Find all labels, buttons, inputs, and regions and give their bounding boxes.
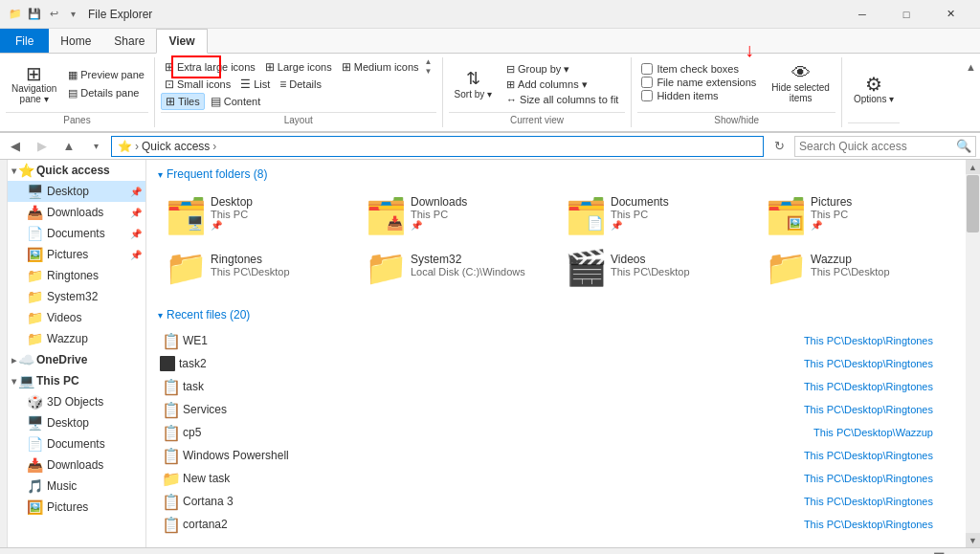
folder-ringtones[interactable]: 📁 Ringtones This PC\Desktop (158, 241, 354, 289)
recent-item-task2[interactable]: task2 This PC\Desktop\Ringtones (158, 352, 954, 375)
onedrive-expand[interactable]: ▸ ☁️ OneDrive (8, 349, 145, 370)
hidden-items-checkbox[interactable] (641, 90, 653, 101)
close-button[interactable]: ✕ (928, 0, 972, 29)
recent-locations-button[interactable]: ▾ (84, 135, 107, 158)
recent-item-cortana2[interactable]: 📋 cortana2 This PC\Desktop\Ringtones (158, 513, 954, 536)
expand-icon[interactable]: ▾ (65, 7, 80, 22)
details-pane-button[interactable]: ▤ Details pane (64, 85, 148, 101)
sidebar-item-wazzup[interactable]: 📁 Wazzup (8, 328, 145, 349)
group-by-icon: ⊟ (506, 63, 515, 76)
scroll-up-button[interactable]: ▲ (966, 160, 980, 174)
sidebar-item-desktop-pc[interactable]: 🖥️ Desktop (8, 412, 145, 433)
add-columns-button[interactable]: ⊞ Add columns ▾ (503, 78, 621, 92)
small-icons-button[interactable]: ⊡ Small icons (161, 77, 234, 92)
minimize-button[interactable]: ─ (840, 0, 884, 29)
refresh-button[interactable]: ↻ (768, 135, 791, 158)
options-button[interactable]: ⚙ Options ▾ (848, 73, 900, 106)
folder-wazzup[interactable]: 📁 Wazzup This PC\Desktop (758, 241, 954, 289)
add-columns-icon: ⊞ (506, 78, 515, 91)
sidebar-item-downloads[interactable]: 📥 Downloads 📌 (8, 202, 145, 223)
group-panes: ⊞ Navigationpane ▾ ▦ Preview pane ▤ Deta… (0, 57, 155, 127)
recent-item-powershell[interactable]: 📋 Windows Powershell This PC\Desktop\Rin… (158, 444, 954, 467)
tiles-button[interactable]: ⊞ Tiles (161, 93, 205, 110)
downloads-pc-label: Downloads (47, 458, 103, 472)
pictures-pc-icon: 🖼️ (27, 499, 43, 515)
recent-item-we1[interactable]: 📋 WE1 This PC\Desktop\Ringtones (158, 329, 954, 352)
file-name-ext-checkbox[interactable] (641, 77, 653, 88)
address-path[interactable]: ⭐ › Quick access › (111, 136, 764, 157)
group-by-button[interactable]: ⊟ Group by ▾ (503, 62, 621, 77)
sidebar-item-documents[interactable]: 📄 Documents 📌 (8, 223, 145, 244)
sidebar-item-ringtones[interactable]: 📁 Ringtones (8, 265, 145, 286)
scroll-thumb[interactable] (967, 175, 979, 233)
quick-access-icon: ⭐ (18, 163, 34, 178)
sidebar-item-docs-pc[interactable]: 📄 Documents (8, 433, 145, 454)
services-icon: 📋 (160, 401, 183, 419)
folder-downloads[interactable]: 🗂️ 📥 Downloads This PC 📌 (358, 188, 554, 237)
list-view-toggle[interactable]: ☰ (928, 549, 949, 555)
sort-by-button[interactable]: ⇅ Sort by ▾ (449, 66, 498, 101)
sidebar-item-videos[interactable]: 📁 Videos (8, 307, 145, 328)
sidebar-item-pictures-pc[interactable]: 🖼️ Pictures (8, 497, 145, 518)
hide-selected-button[interactable]: 👁 Hide selecteditems (766, 61, 835, 105)
recent-item-cp5[interactable]: 📋 cp5 This PC\Desktop\Wazzup (158, 421, 954, 444)
content-scrollbar[interactable]: ▲ ▼ (966, 160, 980, 547)
scroll-down-button[interactable]: ▼ (966, 533, 980, 547)
nav-pane-icon: ⊞ (26, 64, 42, 83)
cortana2-name: cortana2 (183, 518, 804, 531)
search-box[interactable]: 🔍 (794, 136, 976, 157)
tab-view[interactable]: View (156, 29, 207, 54)
size-columns-button[interactable]: ↔ Size all columns to fit (503, 93, 621, 106)
grid-view-toggle[interactable]: ⊞ (951, 549, 972, 555)
item-check-boxes-checkbox[interactable] (641, 63, 653, 75)
save-icon[interactable]: 💾 (27, 7, 42, 22)
back-button[interactable]: ◀ (4, 135, 27, 158)
folder-system32[interactable]: 📁 System32 Local Disk (C:)\Windows (358, 241, 554, 289)
ribbon-collapse-button[interactable]: ▲ (964, 59, 978, 75)
medium-icon: ⊞ (342, 60, 351, 74)
sidebar-item-system32[interactable]: 📁 System32 (8, 286, 145, 307)
content-button[interactable]: ▤ Content (207, 93, 265, 110)
forward-button[interactable]: ▶ (31, 135, 54, 158)
sidebar-item-3d-objects[interactable]: 🎲 3D Objects (8, 391, 145, 412)
item-check-boxes-label[interactable]: Item check boxes (641, 63, 756, 75)
cp5-icon: 📋 (160, 424, 183, 442)
cp5-path: This PC\Desktop\Wazzup (813, 427, 933, 438)
recent-item-task[interactable]: 📋 task This PC\Desktop\Ringtones (158, 375, 954, 398)
details-button[interactable]: ≡ Details (276, 77, 325, 92)
sidebar-item-music[interactable]: 🎵 Music (8, 476, 145, 497)
medium-icons-button[interactable]: ⊞ Medium icons (338, 57, 423, 76)
file-name-ext-label[interactable]: File name extensions (641, 77, 756, 88)
large-icons-button[interactable]: ⊞ Large icons (261, 57, 336, 76)
sidebar-item-pictures[interactable]: 🖼️ Pictures 📌 (8, 244, 145, 265)
search-input[interactable] (799, 140, 953, 153)
cp5-name: cp5 (183, 426, 813, 439)
nav-pane-button[interactable]: ⊞ Navigationpane ▾ (6, 62, 62, 106)
frequent-folders-header[interactable]: ▾ Frequent folders (8) (146, 160, 966, 185)
recent-item-new-task[interactable]: 📁 New task This PC\Desktop\Ringtones (158, 467, 954, 490)
folder-desktop[interactable]: 🗂️ 🖥️ Desktop This PC 📌 (158, 188, 354, 237)
list-button[interactable]: ☰ List (236, 77, 274, 92)
thispc-expand[interactable]: ▾ 💻 This PC (8, 370, 145, 391)
recent-files-header[interactable]: ▾ Recent files (20) (146, 300, 966, 325)
up-button[interactable]: ▲ (57, 135, 80, 158)
folder-pictures[interactable]: 🗂️ 🖼️ Pictures This PC 📌 (758, 188, 954, 237)
folder-documents[interactable]: 🗂️ 📄 Documents This PC 📌 (558, 188, 754, 237)
recent-item-cortana3[interactable]: 📋 Cortana 3 This PC\Desktop\Ringtones (158, 490, 954, 513)
layout-scroll[interactable]: ▲ ▼ (425, 57, 436, 76)
folder-videos[interactable]: 🎬 Videos This PC\Desktop (558, 241, 754, 289)
tab-home[interactable]: Home (49, 29, 102, 53)
maximize-button[interactable]: □ (884, 0, 928, 29)
quick-access-expand[interactable]: ▾ ⭐ Quick access (8, 160, 145, 181)
sidebar-item-desktop[interactable]: 🖥️ Desktop 📌 (8, 181, 145, 202)
undo-icon[interactable]: ↩ (46, 7, 61, 22)
cortana3-name: Cortana 3 (183, 495, 804, 508)
sidebar-item-downloads-pc[interactable]: 📥 Downloads (8, 454, 145, 476)
group-layout: ⊞ Extra large icons ⊞ Large icons ⊞ Medi… (155, 57, 443, 127)
preview-pane-button[interactable]: ▦ Preview pane (64, 67, 148, 83)
recent-item-services[interactable]: 📋 Services This PC\Desktop\Ringtones (158, 398, 954, 421)
tab-file[interactable]: File (0, 29, 49, 53)
extra-large-icons-button[interactable]: ⊞ Extra large icons (161, 57, 259, 76)
tab-share[interactable]: Share (102, 29, 156, 53)
hidden-items-label[interactable]: Hidden items (641, 90, 756, 101)
